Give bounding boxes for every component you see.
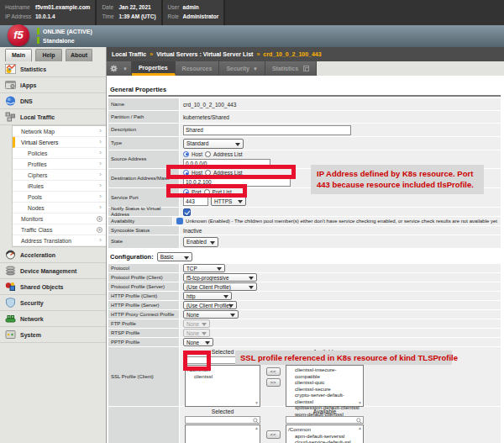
radio-label: Address List	[213, 151, 243, 157]
tab-properties[interactable]: Properties	[132, 61, 176, 76]
scroll-down-icon[interactable]: ▼	[358, 401, 362, 405]
http-proxy-connect-profile-select[interactable]: None	[183, 310, 239, 319]
protocol-select[interactable]: TCP	[183, 264, 225, 272]
sidebar-item-monitors[interactable]: Monitors+	[13, 214, 106, 224]
tab-about[interactable]: About	[66, 49, 92, 61]
sidebar-item-nodes[interactable]: Nodes›	[13, 203, 106, 214]
pptp-profile-select[interactable]: None	[183, 338, 213, 346]
sidebar-item-policies[interactable]: Policies›	[13, 148, 106, 159]
local-traffic-icon	[5, 112, 16, 122]
gear-icon	[110, 65, 118, 72]
list-item[interactable]: clientssl-secure	[288, 386, 361, 393]
port-list-radio[interactable]	[204, 189, 210, 195]
port-radio[interactable]	[183, 189, 189, 195]
description-input[interactable]	[183, 125, 351, 135]
mode-text: Standalone	[43, 38, 75, 44]
scroll-up-icon[interactable]: ▲	[255, 426, 259, 430]
ssl-client-selected-list[interactable]: /Common clientssl ▼	[185, 365, 260, 407]
list-item[interactable]: /Common	[288, 426, 361, 433]
radio-label: Host	[192, 170, 202, 176]
submenu-label: Virtual Servers	[21, 140, 58, 145]
state-select[interactable]: Enabled	[183, 237, 218, 247]
sidebar-item-label: Device Management	[20, 268, 76, 274]
sidebar-item-shared-objects[interactable]: Shared Objects	[0, 279, 106, 295]
sidebar-item-irules[interactable]: iRules›	[13, 181, 106, 192]
scroll-down-icon[interactable]: ▼	[255, 401, 259, 405]
port-protocol-select[interactable]: HTTPS	[211, 196, 246, 206]
http-profile-client-select[interactable]: http	[183, 292, 232, 300]
destination-address-input[interactable]	[183, 177, 291, 187]
sidebar-item-iapps[interactable]: iApps	[0, 77, 106, 93]
ssl-server-available-list[interactable]: /Common apm-default-serverssl cloud-serv…	[286, 425, 364, 443]
sidebar-item-security[interactable]: Security	[0, 295, 106, 311]
row-partition: Partition / Path kubernetes/Shared	[108, 111, 501, 123]
sidebar-item-network[interactable]: Network	[0, 311, 106, 327]
list-item[interactable]: crypto-server-default-clientssl	[288, 392, 361, 404]
list-item[interactable]: cloud-service-default-ssl	[288, 439, 361, 443]
protocol-profile-client-select[interactable]: f5-tcp-progressive	[183, 273, 257, 282]
sidebar-item-pools[interactable]: Pools›	[13, 192, 106, 203]
selected-search-input[interactable]	[185, 416, 260, 424]
sidebar-item-ciphers[interactable]: Ciphers›	[13, 170, 106, 181]
row-label: Type	[108, 137, 179, 150]
list-item[interactable]: clientssl-insecure-compatible	[288, 367, 361, 379]
type-select[interactable]: Standard	[183, 139, 244, 149]
destination-host-radio[interactable]	[183, 170, 189, 176]
move-left-button[interactable]: <<	[266, 430, 281, 439]
notify-status-checkbox[interactable]	[183, 208, 191, 216]
add-icon[interactable]: +	[97, 227, 102, 233]
sidebar-item-network-map[interactable]: Network Map›	[13, 126, 106, 137]
list-item[interactable]: clientssl-quic	[288, 379, 361, 386]
status-green-bar	[37, 28, 39, 34]
service-port-input[interactable]	[183, 196, 208, 206]
source-address-input[interactable]	[183, 159, 270, 168]
source-host-radio[interactable]	[183, 151, 189, 157]
move-right-button[interactable]: >>	[266, 378, 281, 387]
destination-address-list-radio[interactable]	[205, 170, 211, 176]
protocol-profile-server-select[interactable]: (Use Client Profile)	[183, 282, 257, 291]
selected-header: Selected	[185, 409, 260, 415]
ssl-client-available-list[interactable]: clientssl-insecure-compatible clientssl-…	[286, 365, 364, 407]
tab-security[interactable]: Security▼	[219, 61, 265, 76]
sidebar-item-statistics[interactable]: Statistics	[0, 61, 106, 77]
row-name: Name crd_10_0_2_100_443	[108, 98, 501, 110]
row-notify-status: Notify Status to Virtual Address	[108, 208, 501, 216]
submenu-label: Nodes	[28, 205, 45, 211]
list-item[interactable]: apm-default-serverssl	[288, 433, 361, 440]
chevron-right-icon: ›	[99, 171, 102, 178]
configuration-mode-select[interactable]: Basic	[157, 252, 192, 261]
available-search-input[interactable]	[286, 416, 364, 424]
sidebar-item-virtual-servers[interactable]: Virtual Servers›	[13, 137, 106, 148]
ssl-server-selected-list[interactable]: ▲	[185, 425, 260, 443]
chevron-right-icon: ›	[99, 182, 102, 189]
radio-label: Port	[192, 189, 202, 195]
sidebar-item-system[interactable]: System	[0, 327, 106, 343]
sidebar-item-profiles[interactable]: Profiles›	[13, 159, 106, 170]
tab-statistics[interactable]: Statistics	[265, 61, 317, 76]
sidebar-item-traffic-class[interactable]: Traffic Class+	[13, 224, 106, 235]
hostname-value: f5vm01.example.com	[35, 3, 90, 12]
list-item[interactable]: clientssl	[187, 373, 258, 380]
sidebar-item-device-management[interactable]: Device Management	[0, 263, 106, 279]
tab-resources[interactable]: Resources	[176, 61, 220, 76]
row-label: HTTP Proxy Connect Profile	[108, 310, 179, 319]
move-left-button[interactable]: <<	[266, 367, 281, 376]
source-address-list-radio[interactable]	[205, 151, 211, 157]
options-gear-tab[interactable]: ▼	[107, 61, 132, 76]
user-label: User	[168, 3, 183, 12]
sidebar-item-local-traffic[interactable]: Local Traffic	[0, 109, 106, 125]
sidebar-item-acceleration[interactable]: Acceleration	[0, 247, 106, 263]
row-protocol-profile-client: Protocol Profile (Client) f5-tcp-progres…	[108, 273, 501, 282]
tab-main[interactable]: Main	[5, 49, 32, 61]
sidebar-item-dns[interactable]: DNS	[0, 93, 106, 109]
tab-help[interactable]: Help	[35, 49, 62, 61]
add-icon[interactable]: +	[97, 216, 102, 222]
list-item[interactable]: /Common	[187, 367, 258, 373]
sidebar-item-address-translation[interactable]: Address Translation›	[13, 235, 106, 246]
http-profile-server-select[interactable]: (Use Client Profile)	[183, 301, 237, 309]
scroll-up-icon[interactable]: ▲	[358, 426, 362, 430]
list-item[interactable]: splitsession-default-clientssl	[288, 404, 361, 411]
breadcrumb-virtual-server-list[interactable]: Virtual Servers : Virtual Server List	[156, 51, 253, 57]
breadcrumb-local-traffic[interactable]: Local Traffic	[112, 51, 146, 57]
date-value: Jan 22, 2021	[118, 3, 150, 12]
